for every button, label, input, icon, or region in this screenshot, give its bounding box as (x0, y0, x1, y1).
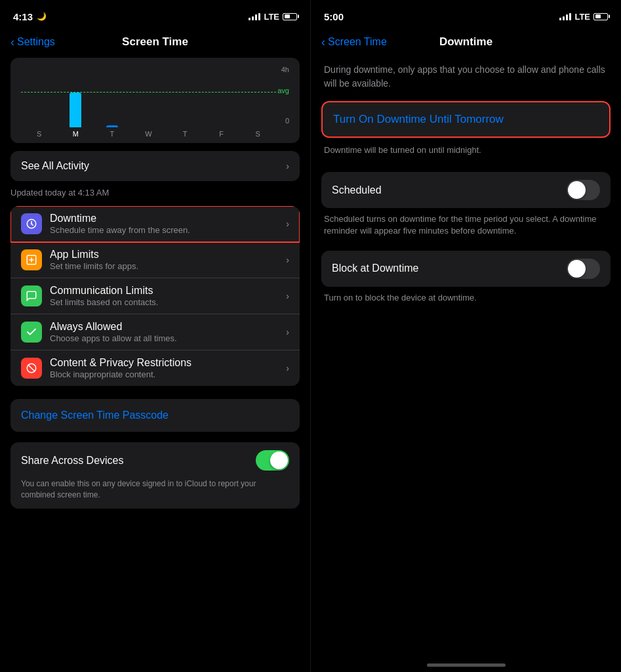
content-privacy-title: Content & Privacy Restrictions (50, 357, 281, 369)
see-all-title: See All Activity (21, 160, 89, 172)
right-signal-bar-3 (566, 14, 568, 20)
signal-bar-3 (255, 14, 257, 20)
downtime-text: Downtime Schedule time away from the scr… (50, 213, 281, 235)
downtime-title: Downtime (50, 213, 281, 224)
share-section: Share Across Devices You can enable this… (10, 442, 300, 509)
right-back-chevron-icon: ‹ (321, 35, 325, 49)
chart-day-labels: S M T W T F S (21, 130, 276, 138)
right-battery-icon (593, 13, 608, 20)
left-nav-bar: ‹ Settings Screen Time (0, 29, 310, 58)
block-at-downtime-section: Block at Downtime (321, 251, 611, 287)
day-label-m: M (70, 130, 81, 138)
scheduled-toggle-knob (568, 181, 586, 199)
communication-icon (21, 285, 42, 306)
downtime-description: During downtime, only apps that you choo… (311, 58, 621, 101)
app-limits-subtitle: Set time limits for apps. (50, 261, 281, 271)
downtime-subtitle: Schedule time away from the screen. (50, 225, 281, 235)
right-nav-bar: ‹ Screen Time Downtime (311, 29, 621, 58)
change-passcode-button[interactable]: Change Screen Time Passcode (10, 399, 300, 432)
left-status-icons: LTE (249, 12, 297, 22)
downtime-item[interactable]: Downtime Schedule time away from the scr… (10, 206, 300, 242)
battery-fill (285, 14, 290, 18)
content-privacy-subtitle: Block inappropriate content. (50, 369, 281, 379)
right-status-bar: 5:00 LTE (311, 0, 621, 29)
communication-title: Communication Limits (50, 285, 281, 297)
moon-icon: 🌙 (37, 12, 47, 21)
content-privacy-item[interactable]: Content & Privacy Restrictions Block ina… (10, 350, 300, 386)
turn-on-downtime-button[interactable]: Turn On Downtime Until Tomorrow (323, 102, 609, 136)
settings-back-button[interactable]: ‹ Settings (10, 35, 55, 49)
day-label-s2: S (252, 130, 264, 138)
block-downtime-description: Turn on to block the device at downtime. (311, 289, 621, 312)
chart-top-label: 4h (281, 66, 289, 74)
app-limits-text: App Limits Set time limits for apps. (50, 249, 281, 271)
share-toggle-knob (270, 452, 288, 469)
passcode-section[interactable]: Change Screen Time Passcode (10, 399, 300, 432)
block-downtime-toggle-item: Block at Downtime (321, 251, 611, 287)
battery-icon (283, 13, 297, 20)
see-all-section[interactable]: See All Activity › (10, 151, 300, 181)
always-allowed-item[interactable]: Always Allowed Choose apps to allow at a… (10, 314, 300, 350)
day-label-t2: T (179, 130, 191, 138)
right-status-icons: LTE (559, 12, 608, 22)
downtime-chevron-icon: › (286, 219, 289, 229)
communication-subtitle: Set limits based on contacts. (50, 297, 281, 307)
home-indicator (427, 663, 506, 667)
right-signal-bars (559, 12, 571, 20)
communication-chevron-icon: › (286, 291, 289, 301)
see-all-activity-item[interactable]: See All Activity › (10, 151, 300, 181)
updated-label: Updated today at 4:13 AM (10, 188, 109, 198)
downtime-action-section[interactable]: Turn On Downtime Until Tomorrow (321, 101, 611, 138)
passcode-label: Change Screen Time Passcode (21, 410, 169, 421)
share-toggle[interactable] (256, 450, 289, 471)
left-time: 4:13 (13, 11, 33, 22)
signal-bar-1 (249, 18, 250, 20)
chart-bar-m (70, 93, 81, 127)
scheduled-section: Scheduled (321, 172, 611, 208)
left-status-bar: 4:13 🌙 LTE (0, 0, 310, 29)
scheduled-toggle-item: Scheduled (321, 172, 611, 208)
app-limits-chevron-icon: › (286, 255, 289, 265)
screen-time-back-button[interactable]: ‹ Screen Time (321, 35, 387, 49)
chart-bars-area (21, 71, 276, 127)
downtime-action-note: Downtime will be turned on until midnigh… (311, 140, 621, 167)
scheduled-toggle[interactable] (567, 180, 600, 200)
day-label-w: W (142, 130, 154, 138)
app-limits-item[interactable]: App Limits Set time limits for apps. › (10, 242, 300, 278)
right-back-label: Screen Time (328, 36, 387, 48)
back-label: Settings (17, 36, 55, 48)
content-privacy-text: Content & Privacy Restrictions Block ina… (50, 357, 281, 379)
chart-bar-t1 (106, 125, 118, 127)
content-privacy-icon (21, 358, 42, 379)
scheduled-title: Scheduled (332, 184, 382, 196)
scheduled-description: Scheduled turns on downtime for the time… (311, 211, 621, 245)
right-signal-bar-2 (563, 16, 565, 20)
right-panel: 5:00 LTE ‹ Screen Time Downtime During d… (310, 0, 621, 672)
signal-bar-2 (252, 16, 254, 20)
app-limits-icon (21, 249, 42, 270)
right-lte-label: LTE (574, 12, 590, 22)
always-allowed-icon (21, 322, 42, 343)
menu-list: Downtime Schedule time away from the scr… (10, 206, 300, 386)
share-title: Share Across Devices (21, 455, 124, 467)
communication-limits-item[interactable]: Communication Limits Set limits based on… (10, 278, 300, 314)
share-devices-item: Share Across Devices (10, 442, 300, 478)
signal-bars (249, 12, 260, 20)
right-signal-bar-1 (559, 18, 561, 20)
day-label-s1: S (33, 130, 45, 138)
block-downtime-toggle-knob (568, 260, 586, 278)
downtime-icon (21, 213, 42, 234)
chart-avg-label: avg (277, 87, 289, 94)
svg-point-1 (31, 223, 33, 225)
content-privacy-chevron-icon: › (286, 363, 289, 373)
signal-bar-4 (258, 13, 260, 20)
right-battery-fill (595, 14, 601, 18)
block-downtime-title: Block at Downtime (332, 262, 419, 274)
left-nav-title: Screen Time (122, 35, 188, 49)
always-allowed-title: Always Allowed (50, 321, 281, 333)
always-allowed-chevron-icon: › (286, 327, 289, 337)
chart-bottom-label: 0 (285, 117, 289, 125)
lte-label: LTE (264, 12, 279, 22)
block-downtime-toggle[interactable] (567, 259, 600, 279)
communication-text: Communication Limits Set limits based on… (50, 285, 281, 307)
